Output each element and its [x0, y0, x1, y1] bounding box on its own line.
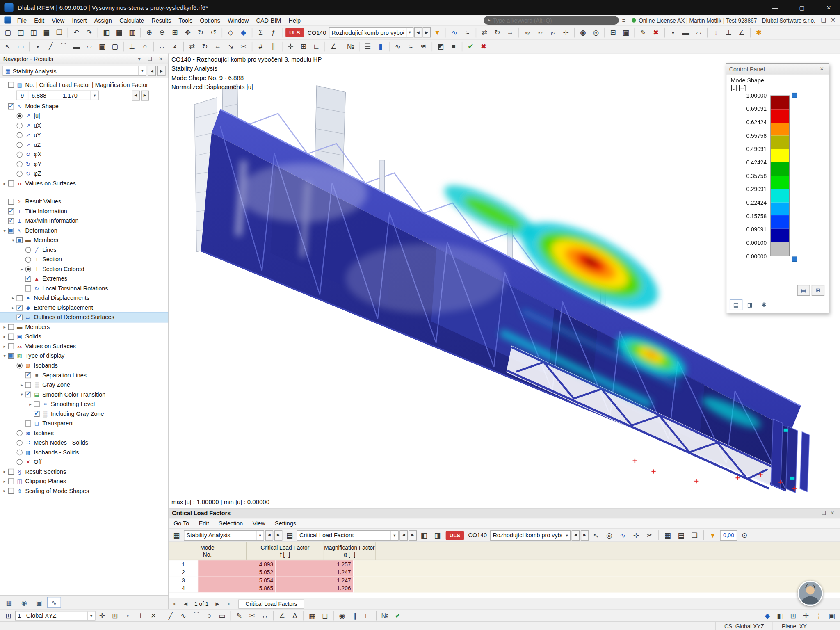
- full-model-icon[interactable]: ■: [447, 41, 460, 52]
- tree-item[interactable]: ▦ No. | Critical Load Factor | Magnifica…: [0, 80, 168, 90]
- tree-checkbox[interactable]: [16, 151, 22, 157]
- previous-table-button[interactable]: ◀: [265, 530, 274, 540]
- next-page-icon[interactable]: ▶: [213, 599, 222, 608]
- guidelines-toggle-icon[interactable]: ∥: [349, 609, 361, 621]
- coordinate-grid-icon[interactable]: ⊞: [2, 609, 14, 621]
- new-node-icon[interactable]: •: [32, 41, 44, 52]
- tree-checkbox[interactable]: [8, 82, 14, 87]
- print-table-icon[interactable]: ❏: [688, 529, 701, 541]
- tree-item[interactable]: ▸ I Section Colored: [0, 264, 168, 274]
- rotate-icon[interactable]: ↻: [199, 41, 211, 52]
- guideline-icon[interactable]: ∥: [267, 41, 280, 52]
- sync-selection-icon[interactable]: ↖: [590, 529, 602, 541]
- coordinate-values-icon[interactable]: ⊹: [630, 529, 642, 541]
- table-float-icon[interactable]: ❏: [819, 509, 828, 517]
- tree-item[interactable]: ▸ xx Values on Surfaces: [0, 178, 168, 188]
- dimension-tool-icon[interactable]: ∠: [276, 609, 288, 621]
- workplane-xz-icon[interactable]: xz: [534, 27, 546, 39]
- tree-item[interactable]: ↻ φX: [0, 149, 168, 159]
- snap-intersection-icon[interactable]: ✕: [147, 609, 160, 621]
- insert-member-icon[interactable]: ▬: [680, 27, 692, 39]
- separator[interactable]: [96, 27, 100, 37]
- numbering-icon[interactable]: №: [345, 41, 357, 52]
- expander-icon[interactable]: ▸: [2, 469, 7, 474]
- filter-table-icon[interactable]: ▼: [707, 529, 719, 541]
- draw-arc-icon[interactable]: ⌒: [190, 609, 203, 621]
- app-menu-icon[interactable]: [4, 16, 11, 23]
- color-scale-options-button[interactable]: ▤: [797, 285, 810, 296]
- next-combination-button[interactable]: ▶: [581, 530, 589, 540]
- display-options-icon[interactable]: ☰: [362, 41, 374, 52]
- close-panel-icon[interactable]: ✕: [828, 16, 838, 25]
- panel-tab-factors[interactable]: ◨: [744, 299, 756, 310]
- separator[interactable]: [460, 41, 464, 51]
- tree-checkbox[interactable]: [8, 180, 14, 186]
- zoom-in-icon[interactable]: ⊕: [143, 27, 155, 39]
- previous-view-icon[interactable]: ↺: [207, 27, 219, 39]
- data-navigator-tab[interactable]: ▦: [2, 597, 16, 608]
- color-scale-edit-button[interactable]: ⊞: [812, 285, 824, 296]
- separator[interactable]: [301, 611, 305, 621]
- panel-close-icon[interactable]: ✕: [156, 55, 165, 63]
- table-settings-icon[interactable]: ▦: [662, 529, 674, 541]
- tree-item[interactable]: ∷ Mesh Nodes - Solids: [0, 438, 168, 447]
- tree-checkbox[interactable]: [25, 256, 31, 262]
- menu-item[interactable]: Tools: [175, 15, 196, 25]
- next-mode-button[interactable]: ▶: [141, 90, 149, 100]
- separator[interactable]: [220, 27, 224, 37]
- separator[interactable]: [331, 611, 335, 621]
- separator[interactable]: [250, 41, 254, 51]
- draw-rectangle-icon[interactable]: ▭: [216, 609, 228, 621]
- table-row[interactable]: 4 5.865 1.206: [169, 584, 840, 593]
- results-navigator-tab[interactable]: ∿: [47, 597, 61, 608]
- table-menu-item[interactable]: View: [248, 520, 270, 527]
- table-row[interactable]: 2 5.052 1.247: [169, 568, 840, 577]
- expander-icon[interactable]: ▸: [19, 267, 25, 272]
- delete-results-icon[interactable]: ✖: [650, 27, 662, 39]
- color-scale-icon[interactable]: ▮: [374, 41, 387, 52]
- scale-min-handle[interactable]: [792, 257, 797, 262]
- separator[interactable]: [323, 41, 327, 51]
- tree-item[interactable]: ╱ Lines: [0, 245, 168, 255]
- tree-item[interactable]: Σ Result Values: [0, 196, 168, 206]
- table-panel-header[interactable]: Critical Load Factors ❏ ✕: [169, 509, 840, 519]
- new-member-icon[interactable]: ▬: [70, 41, 82, 52]
- visibility-window-icon[interactable]: ◎: [590, 27, 602, 39]
- extend-objects-icon[interactable]: ↔: [259, 609, 271, 621]
- box-select-icon[interactable]: ▭: [14, 41, 27, 52]
- table-row[interactable]: 1 4.893 1.257: [169, 560, 840, 568]
- table-display-mode-icon[interactable]: ◨: [431, 529, 443, 541]
- panel-tab-filter[interactable]: ✱: [758, 299, 770, 310]
- draw-line-icon[interactable]: ╱: [164, 609, 177, 621]
- annotation-icon[interactable]: ✎: [637, 27, 649, 39]
- tree-item[interactable]: ▸ ◫ Clipping Planes: [0, 476, 168, 486]
- snap-middle-icon[interactable]: ◦: [121, 609, 134, 621]
- cut-values-icon[interactable]: ✂: [643, 529, 655, 541]
- menu-item[interactable]: Insert: [68, 15, 90, 25]
- menu-item[interactable]: Edit: [30, 15, 48, 25]
- renumber-icon[interactable]: №: [379, 609, 391, 621]
- tree-item[interactable]: I Section: [0, 254, 168, 264]
- wireframe-display-icon[interactable]: ◇: [224, 27, 237, 39]
- table-nav-icon[interactable]: ▦: [170, 529, 183, 541]
- separator[interactable]: [474, 27, 478, 37]
- tree-item[interactable]: ▲ Extremes: [0, 274, 168, 283]
- tree-checkbox[interactable]: [16, 113, 22, 119]
- separator[interactable]: [152, 41, 155, 51]
- table-row[interactable]: 3 5.054 1.247: [169, 576, 840, 584]
- separator[interactable]: [662, 27, 666, 37]
- sync-view-icon[interactable]: ◎: [603, 529, 616, 541]
- tree-checkbox[interactable]: [25, 391, 31, 397]
- new-support-icon[interactable]: ⊥: [126, 41, 138, 52]
- chevron-down-icon[interactable]: ▾: [564, 531, 570, 540]
- tree-item[interactable]: ▸ ▣ Solids: [0, 331, 168, 341]
- tree-item[interactable]: ▩ Isobands: [0, 361, 168, 370]
- previous-table-type-button[interactable]: ◀: [399, 530, 408, 540]
- separator[interactable]: [387, 41, 391, 51]
- tree-checkbox[interactable]: [8, 478, 14, 484]
- export-table-icon[interactable]: ▤: [675, 529, 687, 541]
- next-table-button[interactable]: ▶: [274, 530, 283, 540]
- separator[interactable]: [603, 27, 606, 37]
- tree-item[interactable]: ↗ |u|: [0, 111, 168, 121]
- tree-checkbox[interactable]: [16, 122, 22, 128]
